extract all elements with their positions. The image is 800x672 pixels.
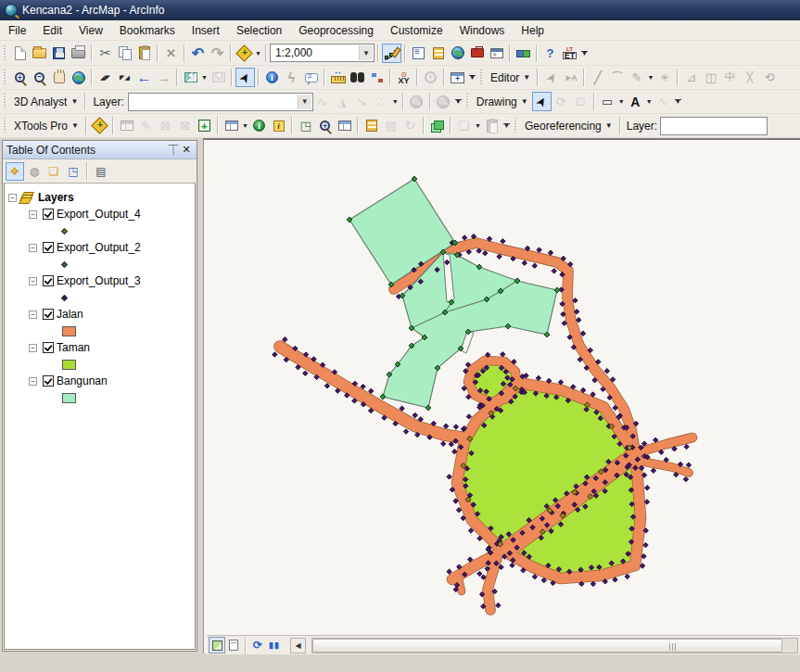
layer-label[interactable]: Jalan — [57, 308, 83, 321]
redo-button[interactable]: ↷ — [208, 44, 227, 63]
scrollbar-thumb[interactable] — [312, 639, 782, 653]
paste-button[interactable] — [134, 44, 154, 63]
menu-view[interactable]: View — [70, 21, 111, 40]
open-button[interactable] — [30, 44, 49, 63]
arctoolbox-window-button[interactable] — [467, 44, 487, 63]
menu-geoprocessing[interactable]: Geoprocessing — [290, 21, 382, 40]
text-tool-button[interactable]: A — [626, 92, 645, 111]
endpoint-arc-button[interactable]: ⌒ — [607, 68, 627, 87]
select-features-caret[interactable]: ▼ — [200, 68, 209, 87]
copy-button[interactable] — [115, 44, 134, 63]
layer-visibility-checkbox[interactable] — [43, 309, 54, 320]
find-button[interactable] — [348, 68, 367, 87]
table-of-contents-toggle-button[interactable] — [409, 44, 428, 63]
whats-this-button[interactable]: ? — [540, 44, 560, 63]
layer-expander[interactable]: − — [29, 311, 37, 319]
georef-layer-combo[interactable] — [660, 117, 768, 135]
fixed-zoom-in-button[interactable]: ◢◤ — [95, 68, 115, 87]
xtools-convert1-button[interactable]: ⊠ — [156, 116, 175, 135]
layer-expander[interactable]: − — [29, 377, 37, 386]
horizontal-scrollbar[interactable] — [311, 638, 798, 653]
find-route-button[interactable] — [367, 68, 387, 87]
clear-selection-button[interactable] — [209, 68, 228, 87]
rotate-element-button[interactable]: ⟳ — [552, 92, 571, 111]
identify-button[interactable]: i — [262, 68, 282, 87]
layer-expander[interactable]: − — [29, 277, 37, 285]
edit-vertices-button[interactable]: ⊡ — [571, 92, 590, 111]
layer-label[interactable]: Export_Output_2 — [57, 241, 141, 254]
menu-customize[interactable]: Customize — [382, 21, 451, 40]
reshape-tool-button[interactable]: ╳ — [740, 68, 759, 87]
zoom-out-button[interactable] — [30, 68, 49, 87]
xtools-layers-yellow-button[interactable] — [362, 116, 381, 135]
xtools-pro-menu[interactable]: XTools Pro▼ — [10, 120, 83, 133]
cut-polygons-button[interactable]: ⊿ — [681, 68, 701, 87]
straight-segment-button[interactable]: ╱ — [588, 68, 607, 87]
add-data-caret[interactable]: ▼ — [254, 44, 262, 63]
profile-graph-button[interactable]: ∴ — [372, 92, 391, 111]
xtools-add-data-button[interactable] — [90, 116, 109, 135]
refresh-button[interactable]: ⟳ — [249, 637, 266, 653]
arcglobe-button[interactable] — [434, 92, 453, 111]
cut-button[interactable]: ✂ — [95, 44, 115, 63]
menu-insert[interactable]: Insert — [184, 21, 228, 40]
time-slider-button[interactable] — [421, 68, 440, 87]
edit-tool-button[interactable]: ➤ — [541, 68, 561, 87]
menu-help[interactable]: Help — [513, 21, 552, 40]
toolbar-overflow[interactable]: ▼ — [673, 92, 683, 111]
layers-group-label[interactable]: Layers — [38, 191, 74, 204]
editor-menu[interactable]: Editor▼ — [487, 71, 534, 84]
construction-tools-caret[interactable]: ▼ — [646, 68, 654, 87]
3d-layer-combo[interactable]: ▼ — [128, 93, 313, 111]
layer-visibility-checkbox[interactable] — [43, 209, 54, 220]
menu-bookmarks[interactable]: Bookmarks — [111, 21, 184, 40]
list-by-source-button[interactable]: ◍ — [25, 162, 44, 181]
text-tool-caret[interactable]: ▼ — [645, 92, 654, 111]
scroll-left-button[interactable]: ◀ — [290, 638, 306, 653]
new-document-button[interactable] — [10, 44, 30, 63]
xtools-stack-caret[interactable]: ▼ — [474, 116, 482, 135]
toc-options-button[interactable]: ▤ — [92, 162, 110, 181]
drawing-select-button[interactable]: ➤ — [532, 92, 552, 111]
layer-label[interactable]: Taman — [57, 341, 90, 354]
layer-symbol[interactable] — [61, 227, 68, 234]
menu-edit[interactable]: Edit — [34, 21, 70, 40]
zoom-in-button[interactable] — [10, 68, 30, 87]
undo-button[interactable]: ↶ — [188, 44, 208, 63]
layer-visibility-checkbox[interactable] — [43, 375, 54, 387]
georeferencing-menu[interactable]: Georeferencing▼ — [521, 120, 616, 133]
measure-button[interactable] — [328, 68, 348, 87]
map-canvas[interactable] — [207, 141, 800, 635]
et-geowizards-button[interactable]: LTET — [560, 44, 579, 63]
list-by-visibility-button[interactable]: ❏ — [44, 162, 63, 181]
add-data-button[interactable] — [235, 44, 254, 63]
list-by-drawing-order-button[interactable]: ❖ — [6, 162, 24, 181]
interpolate-line-button[interactable]: ∿ — [313, 92, 333, 111]
xtools-export-button[interactable]: ▤ — [381, 116, 400, 135]
curve-tool-button[interactable]: ∿ — [654, 92, 673, 111]
xtools-metadata-button[interactable]: i — [269, 116, 288, 135]
split-tool-button[interactable]: ◫ — [701, 68, 720, 87]
xtools-copy-features-button[interactable] — [427, 116, 447, 135]
xtools-overlay-button[interactable]: ◳ — [296, 116, 315, 135]
layer-label[interactable]: Bangunan — [57, 374, 108, 387]
snapping-button[interactable]: ✳ — [654, 68, 674, 87]
toolbar-overflow[interactable]: ▼ — [453, 92, 463, 111]
xtools-table-blue-button[interactable] — [335, 116, 354, 135]
menu-file[interactable]: File — [0, 21, 34, 40]
data-view-button[interactable] — [209, 637, 225, 653]
xtools-paste-button[interactable] — [482, 116, 502, 135]
create-viewer-window-button[interactable] — [448, 68, 467, 87]
xtools-table-caret[interactable]: ▼ — [241, 116, 249, 135]
select-elements-button[interactable]: ➤ — [235, 68, 255, 87]
layer-symbol[interactable] — [62, 393, 76, 403]
pause-drawing-button[interactable]: ▮▮ — [266, 637, 283, 653]
layer-label[interactable]: Export_Output_4 — [57, 208, 141, 221]
layer-visibility-checkbox[interactable] — [43, 242, 54, 253]
xtools-convert2-button[interactable]: ⊠ — [175, 116, 195, 135]
layer-symbol[interactable] — [61, 294, 68, 300]
layer-expander[interactable]: − — [29, 344, 37, 352]
steepest-path-button[interactable]: ↘ — [352, 92, 372, 111]
layer-symbol[interactable] — [61, 260, 68, 267]
back-extent-button[interactable]: ← — [134, 68, 154, 87]
